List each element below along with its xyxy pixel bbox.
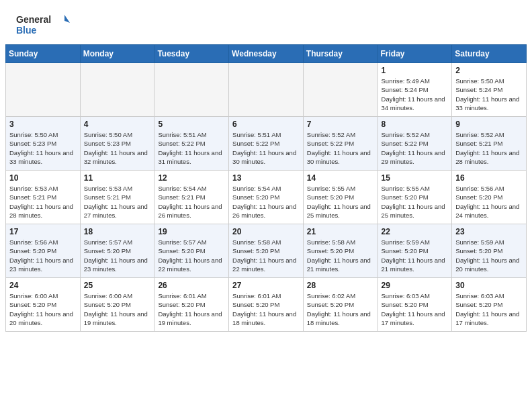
day-number: 30 — [455, 281, 523, 290]
calendar-cell: 15Sunrise: 5:55 AM Sunset: 5:20 PM Dayli… — [378, 171, 452, 224]
day-number: 14 — [307, 173, 374, 183]
day-info: Sunrise: 5:58 AM Sunset: 5:20 PM Dayligh… — [232, 238, 300, 273]
day-number: 26 — [158, 281, 225, 290]
day-info: Sunrise: 5:54 AM Sunset: 5:21 PM Dayligh… — [158, 184, 225, 220]
calendar-week-row: 17Sunrise: 5:56 AM Sunset: 5:20 PM Dayli… — [6, 224, 527, 278]
day-number: 6 — [232, 120, 300, 129]
svg-text:General: General — [16, 14, 51, 25]
day-info: Sunrise: 5:53 AM Sunset: 5:21 PM Dayligh… — [9, 184, 77, 220]
calendar-cell — [303, 63, 378, 117]
day-info: Sunrise: 5:52 AM Sunset: 5:22 PM Dayligh… — [382, 130, 449, 166]
calendar-cell: 28Sunrise: 6:02 AM Sunset: 5:20 PM Dayli… — [303, 278, 378, 332]
day-info: Sunrise: 5:56 AM Sunset: 5:20 PM Dayligh… — [455, 184, 523, 220]
calendar-cell: 30Sunrise: 6:03 AM Sunset: 5:20 PM Dayli… — [452, 278, 527, 332]
day-number: 21 — [307, 227, 374, 236]
weekday-row: SundayMondayTuesdayWednesdayThursdayFrid… — [6, 45, 527, 63]
day-number: 7 — [307, 120, 374, 129]
calendar-cell: 16Sunrise: 5:56 AM Sunset: 5:20 PM Dayli… — [452, 171, 527, 224]
calendar-cell: 3Sunrise: 5:50 AM Sunset: 5:23 PM Daylig… — [6, 117, 81, 171]
day-number: 11 — [84, 173, 151, 183]
day-number: 27 — [232, 281, 300, 290]
day-info: Sunrise: 5:59 AM Sunset: 5:20 PM Dayligh… — [455, 238, 523, 273]
weekday-header: Tuesday — [154, 45, 229, 63]
calendar-cell: 19Sunrise: 5:57 AM Sunset: 5:20 PM Dayli… — [154, 224, 229, 278]
day-info: Sunrise: 6:00 AM Sunset: 5:20 PM Dayligh… — [84, 291, 151, 327]
day-info: Sunrise: 6:02 AM Sunset: 5:20 PM Dayligh… — [307, 291, 374, 327]
day-info: Sunrise: 5:51 AM Sunset: 5:22 PM Dayligh… — [232, 130, 300, 166]
day-info: Sunrise: 5:58 AM Sunset: 5:20 PM Dayligh… — [307, 238, 374, 273]
day-number: 3 — [9, 120, 77, 129]
calendar-cell — [6, 63, 81, 117]
day-info: Sunrise: 5:52 AM Sunset: 5:22 PM Dayligh… — [307, 130, 374, 166]
day-number: 22 — [382, 227, 449, 236]
weekday-header: Friday — [378, 45, 452, 63]
calendar-cell: 21Sunrise: 5:58 AM Sunset: 5:20 PM Dayli… — [303, 224, 378, 278]
day-info: Sunrise: 5:59 AM Sunset: 5:20 PM Dayligh… — [382, 238, 449, 273]
calendar-table: SundayMondayTuesdayWednesdayThursdayFrid… — [5, 44, 527, 332]
calendar-wrapper: SundayMondayTuesdayWednesdayThursdayFrid… — [0, 44, 532, 337]
calendar-cell: 12Sunrise: 5:54 AM Sunset: 5:21 PM Dayli… — [154, 171, 229, 224]
calendar-cell: 7Sunrise: 5:52 AM Sunset: 5:22 PM Daylig… — [303, 117, 378, 171]
calendar-cell: 22Sunrise: 5:59 AM Sunset: 5:20 PM Dayli… — [378, 224, 452, 278]
day-number: 5 — [158, 120, 225, 129]
day-info: Sunrise: 5:53 AM Sunset: 5:21 PM Dayligh… — [84, 184, 151, 220]
calendar-cell: 23Sunrise: 5:59 AM Sunset: 5:20 PM Dayli… — [452, 224, 527, 278]
day-info: Sunrise: 5:51 AM Sunset: 5:22 PM Dayligh… — [158, 130, 225, 166]
calendar-cell: 26Sunrise: 6:01 AM Sunset: 5:20 PM Dayli… — [154, 278, 229, 332]
day-number: 13 — [232, 173, 300, 183]
day-info: Sunrise: 5:55 AM Sunset: 5:20 PM Dayligh… — [307, 184, 374, 220]
weekday-header: Thursday — [303, 45, 378, 63]
calendar-cell — [229, 63, 304, 117]
calendar-cell: 20Sunrise: 5:58 AM Sunset: 5:20 PM Dayli… — [229, 224, 304, 278]
logo-svg: General Blue — [16, 12, 70, 38]
day-info: Sunrise: 6:03 AM Sunset: 5:20 PM Dayligh… — [382, 291, 449, 327]
day-info: Sunrise: 6:01 AM Sunset: 5:20 PM Dayligh… — [232, 291, 300, 327]
calendar-cell: 6Sunrise: 5:51 AM Sunset: 5:22 PM Daylig… — [229, 117, 304, 171]
day-info: Sunrise: 5:56 AM Sunset: 5:20 PM Dayligh… — [9, 238, 77, 273]
day-info: Sunrise: 5:55 AM Sunset: 5:20 PM Dayligh… — [382, 184, 449, 220]
day-number: 18 — [84, 227, 151, 236]
calendar-week-row: 24Sunrise: 6:00 AM Sunset: 5:20 PM Dayli… — [6, 278, 527, 332]
day-info: Sunrise: 5:49 AM Sunset: 5:24 PM Dayligh… — [382, 77, 449, 112]
day-number: 25 — [84, 281, 151, 290]
day-info: Sunrise: 5:54 AM Sunset: 5:20 PM Dayligh… — [232, 184, 300, 220]
calendar-body: 1Sunrise: 5:49 AM Sunset: 5:24 PM Daylig… — [6, 63, 527, 332]
day-info: Sunrise: 5:50 AM Sunset: 5:24 PM Dayligh… — [455, 77, 523, 112]
calendar-header: SundayMondayTuesdayWednesdayThursdayFrid… — [6, 45, 527, 63]
weekday-header: Saturday — [452, 45, 527, 63]
day-number: 2 — [455, 66, 523, 75]
calendar-cell: 2Sunrise: 5:50 AM Sunset: 5:24 PM Daylig… — [452, 63, 527, 117]
day-info: Sunrise: 6:00 AM Sunset: 5:20 PM Dayligh… — [9, 291, 77, 327]
day-number: 28 — [307, 281, 374, 290]
calendar-cell: 27Sunrise: 6:01 AM Sunset: 5:20 PM Dayli… — [229, 278, 304, 332]
calendar-cell: 4Sunrise: 5:50 AM Sunset: 5:23 PM Daylig… — [80, 117, 154, 171]
calendar-cell: 18Sunrise: 5:57 AM Sunset: 5:20 PM Dayli… — [80, 224, 154, 278]
calendar-week-row: 1Sunrise: 5:49 AM Sunset: 5:24 PM Daylig… — [6, 63, 527, 117]
calendar-cell: 29Sunrise: 6:03 AM Sunset: 5:20 PM Dayli… — [378, 278, 452, 332]
day-number: 9 — [455, 120, 523, 129]
calendar-cell: 24Sunrise: 6:00 AM Sunset: 5:20 PM Dayli… — [6, 278, 81, 332]
day-info: Sunrise: 6:03 AM Sunset: 5:20 PM Dayligh… — [455, 291, 523, 327]
day-number: 24 — [9, 281, 77, 290]
day-info: Sunrise: 5:50 AM Sunset: 5:23 PM Dayligh… — [9, 130, 77, 166]
calendar-cell: 13Sunrise: 5:54 AM Sunset: 5:20 PM Dayli… — [229, 171, 304, 224]
calendar-cell: 1Sunrise: 5:49 AM Sunset: 5:24 PM Daylig… — [378, 63, 452, 117]
calendar-cell: 8Sunrise: 5:52 AM Sunset: 5:22 PM Daylig… — [378, 117, 452, 171]
calendar-cell: 9Sunrise: 5:52 AM Sunset: 5:21 PM Daylig… — [452, 117, 527, 171]
day-info: Sunrise: 6:01 AM Sunset: 5:20 PM Dayligh… — [158, 291, 225, 327]
day-number: 20 — [232, 227, 300, 236]
day-info: Sunrise: 5:57 AM Sunset: 5:20 PM Dayligh… — [84, 238, 151, 273]
calendar-week-row: 10Sunrise: 5:53 AM Sunset: 5:21 PM Dayli… — [6, 171, 527, 224]
day-number: 17 — [9, 227, 77, 236]
svg-marker-2 — [64, 15, 70, 23]
day-number: 10 — [9, 173, 77, 183]
calendar-week-row: 3Sunrise: 5:50 AM Sunset: 5:23 PM Daylig… — [6, 117, 527, 171]
day-number: 23 — [455, 227, 523, 236]
logo: General Blue — [16, 12, 70, 38]
calendar-cell: 17Sunrise: 5:56 AM Sunset: 5:20 PM Dayli… — [6, 224, 81, 278]
day-number: 29 — [382, 281, 449, 290]
day-info: Sunrise: 5:52 AM Sunset: 5:21 PM Dayligh… — [455, 130, 523, 166]
calendar-cell: 11Sunrise: 5:53 AM Sunset: 5:21 PM Dayli… — [80, 171, 154, 224]
calendar-cell: 25Sunrise: 6:00 AM Sunset: 5:20 PM Dayli… — [80, 278, 154, 332]
calendar-cell: 5Sunrise: 5:51 AM Sunset: 5:22 PM Daylig… — [154, 117, 229, 171]
